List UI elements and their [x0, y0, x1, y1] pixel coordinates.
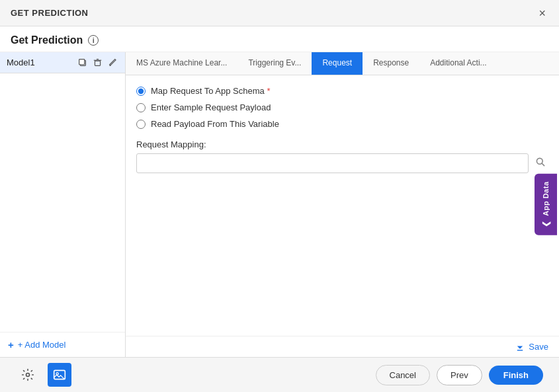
cancel-button[interactable]: Cancel	[376, 365, 430, 385]
modal: GET PREDICTION × Get Prediction i Model1	[0, 0, 559, 392]
main-content: Model1	[0, 52, 559, 357]
copy-model-button[interactable]	[77, 58, 88, 67]
chevron-left-icon: ❮	[541, 220, 550, 227]
save-icon	[515, 342, 525, 352]
tab-additional-acti[interactable]: Additional Acti...	[419, 52, 497, 75]
request-mapping-input[interactable]	[136, 153, 529, 173]
trash-icon	[93, 58, 102, 67]
model-label: Model1	[7, 58, 73, 67]
svg-rect-1	[79, 59, 85, 65]
request-mapping-label: Request Mapping:	[136, 139, 548, 149]
finish-button[interactable]: Finish	[489, 366, 543, 385]
tab-request[interactable]: Request	[312, 52, 363, 75]
radio-map-request[interactable]: Map Request To App Schema *	[136, 86, 548, 96]
radio-enter-sample-input[interactable]	[136, 103, 146, 112]
radio-enter-sample-label: Enter Sample Request Payload	[151, 102, 271, 112]
left-panel: Model1	[0, 52, 126, 357]
image-icon	[53, 368, 66, 381]
add-model-label: + Add Model	[18, 340, 66, 350]
model-item: Model1	[0, 52, 125, 73]
page-title: Get Prediction	[11, 34, 83, 46]
gear-icon	[21, 368, 34, 381]
radio-read-payload-input[interactable]	[136, 120, 146, 129]
request-tab-content: Map Request To App Schema * Enter Sample…	[126, 75, 559, 336]
bottom-icons	[16, 363, 71, 387]
info-icon[interactable]: i	[88, 35, 99, 46]
request-mapping-section: Request Mapping:	[136, 139, 548, 173]
app-data-button[interactable]: ❮ App Data	[535, 174, 557, 235]
tab-ms-azure[interactable]: MS Azure Machine Lear...	[126, 52, 237, 75]
app-data-side: ❮ App Data	[533, 52, 559, 357]
modal-header: GET PREDICTION ×	[0, 0, 559, 26]
radio-read-payload[interactable]: Read Payload From This Variable	[136, 119, 548, 129]
add-icon: +	[8, 339, 14, 350]
image-button[interactable]	[48, 363, 71, 387]
bottom-bar: Cancel Prev Finish	[0, 357, 559, 392]
edit-model-button[interactable]	[107, 58, 118, 67]
sub-header: Get Prediction i	[0, 26, 559, 52]
right-footer: Save	[126, 336, 559, 357]
add-model-button[interactable]: + + Add Model	[0, 332, 125, 357]
svg-rect-2	[95, 61, 100, 65]
delete-model-button[interactable]	[92, 58, 103, 67]
tabs-bar: MS Azure Machine Lear... Triggering Ev..…	[126, 52, 559, 75]
tab-response[interactable]: Response	[363, 52, 419, 75]
radio-enter-sample[interactable]: Enter Sample Request Payload	[136, 102, 548, 112]
right-panel: MS Azure Machine Lear... Triggering Ev..…	[126, 52, 559, 357]
app-data-label: App Data	[542, 182, 550, 216]
edit-icon	[108, 58, 117, 67]
required-star: *	[267, 86, 270, 96]
bottom-actions: Cancel Prev Finish	[376, 365, 543, 385]
gear-button[interactable]	[16, 363, 40, 387]
radio-map-request-label: Map Request To App Schema *	[151, 86, 270, 96]
svg-point-9	[26, 373, 30, 377]
close-button[interactable]: ×	[536, 7, 548, 19]
request-mapping-row	[136, 153, 548, 173]
modal-title: GET PREDICTION	[11, 8, 89, 18]
radio-read-payload-label: Read Payload From This Variable	[151, 119, 279, 129]
prev-button[interactable]: Prev	[437, 365, 482, 385]
radio-map-request-input[interactable]	[136, 87, 146, 96]
modal-body: Get Prediction i Model1	[0, 26, 559, 357]
radio-group: Map Request To App Schema * Enter Sample…	[136, 86, 548, 129]
tab-triggering-ev[interactable]: Triggering Ev...	[237, 52, 312, 75]
copy-icon	[78, 58, 87, 67]
